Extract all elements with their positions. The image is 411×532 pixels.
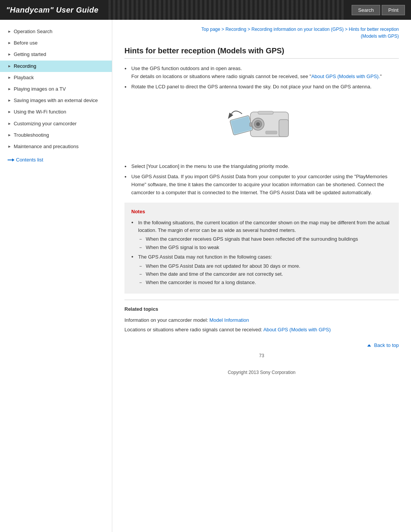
svg-rect-9 xyxy=(279,120,288,137)
main-bullet-list-2: Select [Your Location] in the menu to us… xyxy=(124,163,399,197)
breadcrumb-separator: > xyxy=(221,27,225,32)
related-prefix: Locations or situations where radio sign… xyxy=(124,327,263,332)
page-header: "Handycam" User Guide Search Print xyxy=(0,0,411,20)
chevron-right-icon: ► xyxy=(8,133,11,138)
sidebar-item-label: Getting started xyxy=(14,51,106,58)
dash-text: When the camcorder receives GPS signals … xyxy=(146,236,358,242)
breadcrumb-separator: > xyxy=(345,27,349,32)
back-to-top-arrow-icon xyxy=(367,344,371,347)
main-bullet-list: Use the GPS function outdoors and in ope… xyxy=(124,65,399,91)
sidebar-item-label: Maintenance and precautions xyxy=(14,143,106,150)
print-button[interactable]: Print xyxy=(382,5,405,15)
bullet-subtext: For details on locations or situations w… xyxy=(131,73,382,79)
related-topics-section: Related topics Information on your camco… xyxy=(124,300,399,334)
chevron-right-icon: ► xyxy=(8,109,11,115)
chevron-right-icon: ► xyxy=(8,75,11,80)
notes-box: Notes In the following situations, the c… xyxy=(124,203,399,294)
chevron-right-icon: ► xyxy=(8,144,11,149)
page-title: Hints for better reception (Models with … xyxy=(124,46,399,59)
sidebar-item-label: Customizing your camcorder xyxy=(14,120,106,127)
sidebar-item-recording[interactable]: ► Recording xyxy=(0,61,112,72)
related-topic-model-info: Information on your camcorder model: Mod… xyxy=(124,316,399,324)
dash-item: When the GPS Assist Data are not updated… xyxy=(138,262,392,270)
bullet-item-rotate-lcd: Rotate the LCD panel to direct the GPS a… xyxy=(124,83,399,91)
chevron-right-icon: ► xyxy=(8,86,11,92)
sidebar-item-troubleshooting[interactable]: ► Troubleshooting xyxy=(0,129,112,141)
chevron-right-icon: ► xyxy=(8,64,11,69)
bullet-item-gps-outdoors: Use the GPS function outdoors and in ope… xyxy=(124,65,399,81)
back-to-top: Back to top xyxy=(124,342,399,350)
chevron-right-icon: ► xyxy=(8,121,11,126)
arrow-right-icon xyxy=(8,158,14,162)
chevron-right-icon: ► xyxy=(8,29,11,34)
about-gps-link-2[interactable]: About GPS (Models with GPS) xyxy=(263,327,331,332)
dash-item: When the GPS signal is too weak xyxy=(138,244,392,251)
main-content: Top page > Recording > Recording informa… xyxy=(112,20,411,532)
sidebar-item-playback[interactable]: ► Playback xyxy=(0,72,112,83)
sidebar-item-playing-images-tv[interactable]: ► Playing images on a TV xyxy=(0,83,112,95)
sidebar-item-label: Playback xyxy=(14,74,106,81)
breadcrumb-recording[interactable]: Recording xyxy=(225,27,246,32)
sidebar: ► Operation Search ► Before use ► Gettin… xyxy=(0,20,112,532)
sidebar-item-label: Saving images with an external device xyxy=(14,97,106,104)
sidebar-item-label: Before use xyxy=(14,40,106,46)
sidebar-item-maintenance[interactable]: ► Maintenance and precautions xyxy=(0,141,112,152)
svg-rect-10 xyxy=(266,131,277,134)
dash-text: When the GPS Assist Data are not updated… xyxy=(146,263,300,269)
breadcrumb: Top page > Recording > Recording informa… xyxy=(124,26,399,40)
sidebar-item-customizing[interactable]: ► Customizing your camcorder xyxy=(0,118,112,129)
footer: Copyright 2013 Sony Corporation xyxy=(124,362,399,387)
svg-rect-6 xyxy=(231,117,252,134)
notes-list: In the following situations, the current… xyxy=(131,219,392,286)
content-body: Use the GPS function outdoors and in ope… xyxy=(124,65,399,349)
notes-title: Notes xyxy=(131,208,392,216)
bullet-item-select-location: Select [Your Location] in the menu to us… xyxy=(124,163,399,171)
chevron-right-icon: ► xyxy=(8,98,11,103)
breadcrumb-hints[interactable]: Hints for better reception(Models with G… xyxy=(349,27,399,39)
dash-item: When the date and time of the camcorder … xyxy=(138,270,392,278)
sidebar-item-label: Recording xyxy=(14,63,106,70)
sidebar-item-operation-search[interactable]: ► Operation Search xyxy=(0,26,112,37)
bullet-item-gps-assist: Use GPS Assist Data. If you import GPS A… xyxy=(124,173,399,197)
contents-list-label: Contents list xyxy=(16,157,43,163)
breadcrumb-top-page[interactable]: Top page xyxy=(201,27,220,32)
chevron-right-icon: ► xyxy=(8,40,11,46)
dash-text: When the GPS signal is too weak xyxy=(146,244,219,250)
header-buttons: Search Print xyxy=(352,5,405,15)
bullet-text: Select [Your Location] in the menu to us… xyxy=(131,163,289,169)
sidebar-item-wifi[interactable]: ► Using the Wi-Fi function xyxy=(0,106,112,118)
contents-list-link[interactable]: Contents list xyxy=(0,152,112,165)
search-button[interactable]: Search xyxy=(352,5,380,15)
svg-point-3 xyxy=(256,122,260,126)
svg-rect-4 xyxy=(258,111,273,114)
header-decoration xyxy=(106,0,344,20)
page-number: 73 xyxy=(124,349,399,362)
bullet-text: Rotate the LCD panel to direct the GPS a… xyxy=(131,84,371,89)
sidebar-item-before-use[interactable]: ► Before use xyxy=(0,37,112,49)
dash-item: When the camcorder is moved for a long d… xyxy=(138,279,392,286)
sidebar-item-saving-images[interactable]: ► Saving images with an external device xyxy=(0,95,112,106)
bullet-text: Use the GPS function outdoors and in ope… xyxy=(131,66,242,71)
related-topic-gps: Locations or situations where radio sign… xyxy=(124,326,399,334)
gps-device-image xyxy=(124,97,399,157)
dash-item: When the camcorder receives GPS signals … xyxy=(138,235,392,243)
camcorder-illustration xyxy=(220,97,304,154)
notes-text: The GPS Assist Data may not function in … xyxy=(138,254,272,260)
related-topics-title: Related topics xyxy=(124,305,399,313)
notes-item-map-location: In the following situations, the current… xyxy=(131,219,392,251)
sidebar-item-label: Using the Wi-Fi function xyxy=(14,109,106,115)
copyright-text: Copyright 2013 Sony Corporation xyxy=(228,370,295,375)
back-to-top-link[interactable]: Back to top xyxy=(367,342,399,348)
notes-text: In the following situations, the current… xyxy=(138,220,389,233)
sidebar-item-label: Troubleshooting xyxy=(14,132,106,139)
breadcrumb-recording-info[interactable]: Recording information on your location (… xyxy=(252,27,344,32)
about-gps-link-1[interactable]: About GPS (Models with GPS). xyxy=(311,73,380,79)
related-prefix: Information on your camcorder model: xyxy=(124,317,209,323)
dash-text: When the camcorder is moved for a long d… xyxy=(146,280,256,285)
breadcrumb-separator: > xyxy=(247,27,251,32)
svg-rect-7 xyxy=(250,123,252,126)
notes-item-gps-assist-cases: The GPS Assist Data may not function in … xyxy=(131,253,392,286)
sidebar-item-getting-started[interactable]: ► Getting started xyxy=(0,49,112,60)
model-information-link[interactable]: Model Information xyxy=(209,317,249,323)
back-to-top-label: Back to top xyxy=(374,342,399,348)
